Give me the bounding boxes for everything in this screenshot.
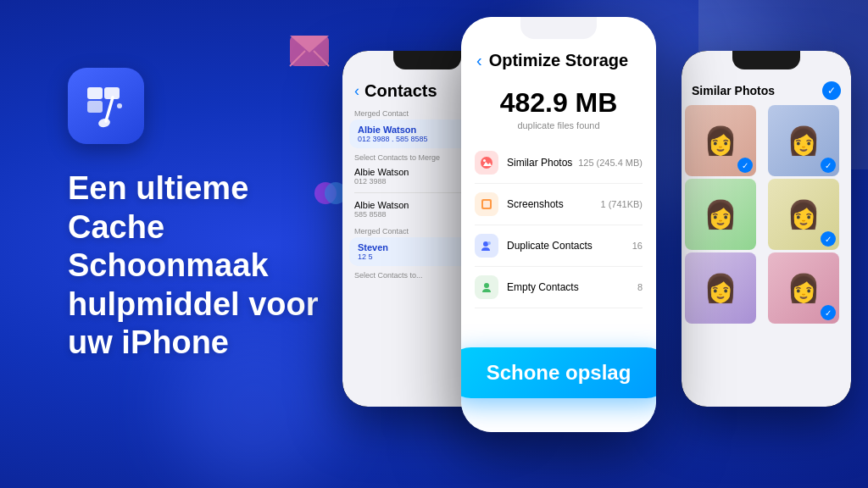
svg-rect-17 xyxy=(483,201,490,208)
photo-badge-4: ✓ xyxy=(821,231,836,247)
contacts-title: Contacts xyxy=(364,81,437,101)
storage-item-photos[interactable]: Similar Photos 125 (245.4 MB) xyxy=(475,142,643,184)
hero-line-3: Schoonmaak xyxy=(68,247,269,283)
cta-label: Schone opslag xyxy=(487,361,632,384)
screenshots-label: Screenshots xyxy=(507,198,600,210)
photo-badge-1: ✓ xyxy=(737,158,753,173)
hero-line-2: Cache xyxy=(68,209,164,245)
duplicate-contacts-count: 16 xyxy=(632,241,643,251)
phone-center-screen: ‹ Optimize Storage 482.9 MB duplicate fi… xyxy=(461,17,656,432)
photo-item-6[interactable]: 👩 ✓ xyxy=(768,252,839,324)
photo-item-4[interactable]: 👩 ✓ xyxy=(768,179,839,250)
similar-photos-count: 125 (245.4 MB) xyxy=(578,158,643,168)
phone-right-notch xyxy=(732,51,800,69)
photo-item-1[interactable]: 👩 ✓ xyxy=(685,105,756,176)
photo-item-3[interactable]: 👩 xyxy=(685,179,756,250)
storage-size-block: 482.9 MB duplicate files found xyxy=(461,74,656,134)
similar-photos-title: Similar Photos xyxy=(692,84,775,97)
svg-rect-10 xyxy=(87,101,103,113)
hero-line-1: Een ultieme xyxy=(68,170,248,206)
hero-text-block: Een ultieme Cache Schoonmaak hulpmiddel … xyxy=(68,169,319,363)
app-icon xyxy=(68,68,144,144)
screenshots-icon xyxy=(475,192,498,216)
photo-face-5: 👩 xyxy=(685,252,756,324)
empty-contacts-label: Empty Contacts xyxy=(507,281,637,293)
storage-item-screenshots[interactable]: Screenshots 1 (741KB) xyxy=(475,184,643,225)
svg-point-15 xyxy=(483,159,486,162)
svg-point-13 xyxy=(117,103,122,108)
phone-left-notch xyxy=(393,51,461,69)
hero-line-5: uw iPhone xyxy=(68,324,229,360)
photo-face-3: 👩 xyxy=(685,179,756,250)
phone-center-notch xyxy=(520,17,597,39)
storage-item-empty-contacts[interactable]: Empty Contacts 8 xyxy=(475,267,643,308)
similar-photos-icon xyxy=(475,151,498,175)
svg-rect-8 xyxy=(87,87,103,99)
hero-line-4: hulpmiddel voor xyxy=(68,286,319,322)
empty-contacts-count: 8 xyxy=(637,282,643,292)
svg-point-19 xyxy=(487,241,491,245)
phones-container: ‹ Contacts Merged Contact Albie Watson 0… xyxy=(292,0,868,488)
similar-checkmark[interactable]: ✓ xyxy=(822,81,841,100)
storage-item-duplicate-contacts[interactable]: Duplicate Contacts 16 xyxy=(475,225,643,267)
svg-point-20 xyxy=(484,283,489,288)
optimize-header: ‹ Optimize Storage xyxy=(461,42,656,74)
photo-item-2[interactable]: 👩 ✓ xyxy=(768,105,839,176)
duplicate-contacts-icon xyxy=(475,234,498,258)
empty-contacts-icon xyxy=(475,275,498,299)
phone-center: ‹ Optimize Storage 482.9 MB duplicate fi… xyxy=(461,17,656,432)
phone-right-screen: Similar Photos ✓ 👩 ✓ 👩 ✓ 👩 👩 ✓ xyxy=(682,51,851,407)
svg-point-18 xyxy=(483,241,488,247)
similar-header: Similar Photos ✓ xyxy=(682,75,851,105)
photos-grid: 👩 ✓ 👩 ✓ 👩 👩 ✓ 👩 👩 xyxy=(682,105,851,324)
cta-button[interactable]: Schone opslag xyxy=(461,347,656,398)
phone-right: Similar Photos ✓ 👩 ✓ 👩 ✓ 👩 👩 ✓ xyxy=(682,51,851,407)
contacts-back-arrow[interactable]: ‹ xyxy=(354,82,359,100)
storage-items-list: Similar Photos 125 (245.4 MB) Screenshot… xyxy=(461,134,656,317)
photo-badge-2: ✓ xyxy=(821,158,836,173)
storage-value: 482.9 MB xyxy=(461,87,656,119)
photo-item-5[interactable]: 👩 xyxy=(685,252,756,324)
similar-photos-label: Similar Photos xyxy=(507,157,578,169)
duplicate-contacts-label: Duplicate Contacts xyxy=(507,240,632,252)
storage-label: duplicate files found xyxy=(461,120,656,130)
optimize-back-arrow[interactable]: ‹ xyxy=(476,51,482,70)
svg-point-12 xyxy=(97,117,111,128)
screenshots-count: 1 (741KB) xyxy=(600,199,643,209)
photo-badge-6: ✓ xyxy=(821,305,836,320)
optimize-title: Optimize Storage xyxy=(489,51,628,70)
svg-line-11 xyxy=(106,97,113,121)
